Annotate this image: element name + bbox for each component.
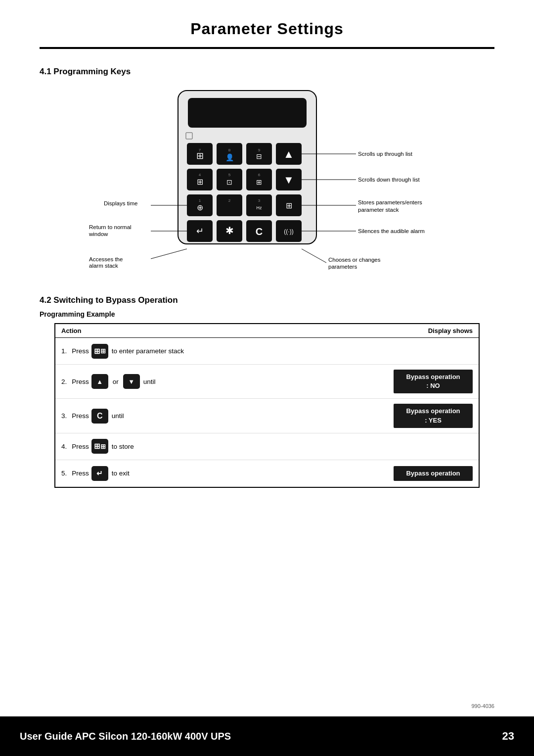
action-col-3: 3. Press C until xyxy=(61,409,364,424)
svg-text:✱: ✱ xyxy=(225,225,234,236)
svg-rect-28 xyxy=(217,194,242,216)
svg-line-60 xyxy=(302,249,326,263)
press-label-3: Press xyxy=(72,412,89,420)
section42-heading: 4.2 Switching to Bypass Operation xyxy=(40,295,494,305)
page-title: Parameter Settings xyxy=(40,20,494,38)
c-key: C xyxy=(91,409,108,424)
svg-text:👤: 👤 xyxy=(225,153,234,162)
svg-text:Silences the audible alarm: Silences the audible alarm xyxy=(358,228,425,234)
action-text-1: to enter parameter stack xyxy=(112,347,184,355)
action-col-1: 1. Press ⊞ to enter parameter stack xyxy=(61,344,364,359)
page-content: Parameter Settings 4.1 Programming Keys … xyxy=(0,0,534,547)
svg-text:3: 3 xyxy=(258,198,261,203)
svg-text:2: 2 xyxy=(228,198,231,203)
programming-keys-diagram: 7 ⊞ 8 👤 9 ⊟ ▲ 4 ⊞ 5 ⊡ 6 ⊞ xyxy=(74,86,460,281)
bypass-yes-line2: : YES xyxy=(425,417,442,424)
bypass-op-label: Bypass operation xyxy=(406,470,460,477)
page-reference: 990-4036 xyxy=(472,703,495,709)
step-2: 2. xyxy=(61,378,67,385)
until-label-2: until xyxy=(143,378,156,385)
step-4: 4. xyxy=(61,443,67,450)
press-label-4: Press xyxy=(72,443,89,450)
svg-text:⊞: ⊞ xyxy=(256,178,262,186)
arrow-up-key xyxy=(91,374,108,389)
svg-text:Hz: Hz xyxy=(257,205,262,210)
page-footer: User Guide APC Silcon 120-160kW 400V UPS… xyxy=(0,716,534,756)
svg-text:⊞: ⊞ xyxy=(196,151,204,161)
svg-text:Accesses the: Accesses the xyxy=(89,256,123,262)
press-label-1: Press xyxy=(72,347,89,355)
footer-title: User Guide APC Silcon 120-160kW 400V UPS xyxy=(20,731,502,742)
display-col-3: Bypass operation : YES xyxy=(364,404,473,427)
keypad-diagram-svg: 7 ⊞ 8 👤 9 ⊟ ▲ 4 ⊞ 5 ⊡ 6 ⊞ xyxy=(74,86,460,279)
display-col-5: Bypass operation xyxy=(364,466,473,481)
table-row: 1. Press ⊞ to enter parameter stack xyxy=(55,338,479,365)
svg-text:9: 9 xyxy=(258,148,261,152)
press-label-5: Press xyxy=(72,470,89,477)
svg-text:⊞: ⊞ xyxy=(286,201,292,210)
svg-text:parameters: parameters xyxy=(328,264,357,270)
display-bypass-operation: Bypass operation xyxy=(394,466,473,481)
svg-text:⊟: ⊟ xyxy=(256,152,262,160)
enter-key xyxy=(91,466,108,481)
display-bypass-no: Bypass operation : NO xyxy=(394,370,473,393)
action-text-4: to store xyxy=(112,443,134,450)
svg-text:⊞: ⊞ xyxy=(197,178,203,186)
table-row: 5. Press to exit Bypass operation xyxy=(55,460,479,487)
svg-text:((·)): ((·)) xyxy=(284,228,293,235)
step-1: 1. xyxy=(61,347,67,355)
col-display-label: Display shows xyxy=(364,327,473,334)
svg-text:6: 6 xyxy=(258,173,261,177)
svg-text:5: 5 xyxy=(228,173,231,177)
svg-text:parameter stack: parameter stack xyxy=(358,207,399,213)
svg-text:⊡: ⊡ xyxy=(226,178,232,186)
until-label-3: until xyxy=(112,412,124,420)
display-col-2: Bypass operation : NO xyxy=(364,370,473,393)
svg-text:Return to normal: Return to normal xyxy=(89,224,132,230)
bypass-no-line1: Bypass operation xyxy=(406,373,460,380)
top-rule xyxy=(40,47,494,49)
action-col-5: 5. Press to exit xyxy=(61,466,364,481)
press-label-2: Press xyxy=(72,378,89,385)
svg-text:Scrolls down through list: Scrolls down through list xyxy=(358,177,420,183)
svg-text:1: 1 xyxy=(199,198,201,203)
svg-text:C: C xyxy=(256,226,263,237)
svg-text:Scrolls up through list: Scrolls up through list xyxy=(358,151,413,157)
svg-text:8: 8 xyxy=(228,148,231,152)
svg-text:↵: ↵ xyxy=(196,226,204,236)
grid-key-4: ⊞ xyxy=(91,439,108,454)
svg-text:4: 4 xyxy=(199,173,201,177)
svg-text:▼: ▼ xyxy=(283,174,294,186)
or-label-2: or xyxy=(113,378,119,385)
arrow-down-key xyxy=(123,374,140,389)
action-text-5: to exit xyxy=(112,470,130,477)
section41-heading: 4.1 Programming Keys xyxy=(40,67,494,77)
table-row: 3. Press C until Bypass operation : YES xyxy=(55,399,479,433)
footer-page-number: 23 xyxy=(502,730,514,743)
svg-text:alarm stack: alarm stack xyxy=(89,263,118,269)
table-header: Action Display shows xyxy=(55,324,479,338)
table-row: 4. Press ⊞ to store xyxy=(55,433,479,460)
col-action-label: Action xyxy=(61,327,364,334)
step-5: 5. xyxy=(61,470,67,477)
svg-text:⊕: ⊕ xyxy=(197,203,203,212)
svg-text:window: window xyxy=(89,231,108,237)
grid-key-1: ⊞ xyxy=(91,344,108,359)
display-bypass-yes: Bypass operation : YES xyxy=(394,404,473,427)
step-3: 3. xyxy=(61,412,67,420)
svg-text:Stores parameters/enters: Stores parameters/enters xyxy=(358,199,422,205)
bypass-no-line2: : NO xyxy=(426,382,440,389)
programming-table: Action Display shows 1. Press ⊞ to enter… xyxy=(54,323,480,488)
svg-rect-1 xyxy=(188,98,307,128)
svg-text:Displays time: Displays time xyxy=(104,200,137,206)
table-row: 2. Press or until Bypass operation : NO xyxy=(55,365,479,399)
svg-text:Chooses or changes: Chooses or changes xyxy=(328,257,381,263)
action-col-2: 2. Press or until xyxy=(61,374,364,389)
bypass-yes-line1: Bypass operation xyxy=(406,407,460,415)
action-col-4: 4. Press ⊞ to store xyxy=(61,439,364,454)
svg-text:▲: ▲ xyxy=(283,148,294,160)
subheading-programming-example: Programming Example xyxy=(40,310,494,318)
svg-line-57 xyxy=(151,249,187,259)
